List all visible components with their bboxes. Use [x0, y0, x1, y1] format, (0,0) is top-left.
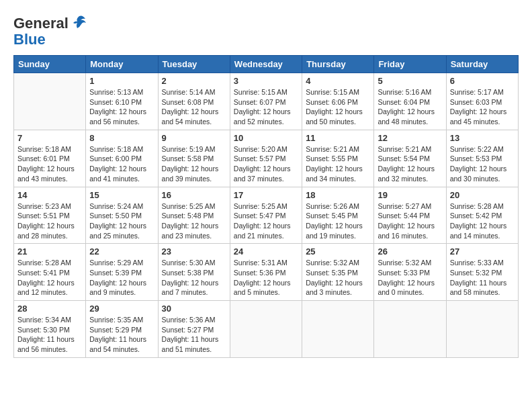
- day-header-friday: Friday: [374, 56, 446, 73]
- day-info: Sunrise: 5:28 AM Sunset: 5:42 PM Dayligh…: [450, 201, 515, 241]
- calendar-cell: 25 Sunrise: 5:32 AM Sunset: 5:35 PM Dayl…: [302, 244, 374, 301]
- day-number: 19: [378, 190, 442, 200]
- calendar-cell: 22 Sunrise: 5:29 AM Sunset: 5:39 PM Dayl…: [86, 244, 158, 301]
- calendar-cell: 26 Sunrise: 5:32 AM Sunset: 5:33 PM Dayl…: [374, 244, 446, 301]
- calendar-cell: 30 Sunrise: 5:36 AM Sunset: 5:27 PM Dayl…: [158, 301, 230, 358]
- calendar-cell: 5 Sunrise: 5:16 AM Sunset: 6:04 PM Dayli…: [374, 73, 446, 130]
- day-number: 4: [306, 76, 370, 86]
- day-number: 30: [162, 304, 226, 314]
- day-info: Sunrise: 5:15 AM Sunset: 6:06 PM Dayligh…: [306, 87, 370, 127]
- week-row-1: 1 Sunrise: 5:13 AM Sunset: 6:10 PM Dayli…: [14, 73, 519, 130]
- day-number: 29: [89, 304, 154, 314]
- calendar-cell: 29 Sunrise: 5:35 AM Sunset: 5:29 PM Dayl…: [86, 301, 158, 358]
- day-info: Sunrise: 5:18 AM Sunset: 6:01 PM Dayligh…: [17, 144, 82, 184]
- day-number: 8: [89, 133, 154, 143]
- week-row-5: 28 Sunrise: 5:34 AM Sunset: 5:30 PM Dayl…: [14, 301, 519, 358]
- day-number: 9: [162, 133, 226, 143]
- week-row-2: 7 Sunrise: 5:18 AM Sunset: 6:01 PM Dayli…: [14, 130, 519, 187]
- day-number: 15: [89, 190, 154, 200]
- week-row-4: 21 Sunrise: 5:28 AM Sunset: 5:41 PM Dayl…: [14, 244, 519, 301]
- day-info: Sunrise: 5:23 AM Sunset: 5:51 PM Dayligh…: [17, 201, 82, 241]
- day-number: 25: [306, 246, 370, 257]
- calendar-cell: 8 Sunrise: 5:18 AM Sunset: 6:00 PM Dayli…: [86, 130, 158, 187]
- day-info: Sunrise: 5:21 AM Sunset: 5:54 PM Dayligh…: [378, 144, 442, 184]
- day-info: Sunrise: 5:30 AM Sunset: 5:38 PM Dayligh…: [162, 258, 226, 298]
- calendar-cell: 28 Sunrise: 5:34 AM Sunset: 5:30 PM Dayl…: [14, 301, 86, 358]
- day-info: Sunrise: 5:18 AM Sunset: 6:00 PM Dayligh…: [89, 144, 154, 184]
- calendar-cell: 18 Sunrise: 5:26 AM Sunset: 5:45 PM Dayl…: [302, 187, 374, 244]
- day-info: Sunrise: 5:26 AM Sunset: 5:45 PM Dayligh…: [306, 201, 370, 241]
- day-info: Sunrise: 5:16 AM Sunset: 6:04 PM Dayligh…: [378, 87, 442, 127]
- day-number: 16: [162, 190, 226, 200]
- calendar-cell: 19 Sunrise: 5:27 AM Sunset: 5:44 PM Dayl…: [374, 187, 446, 244]
- logo: General Blue: [13, 13, 88, 48]
- calendar-cell: 2 Sunrise: 5:14 AM Sunset: 6:08 PM Dayli…: [158, 73, 230, 130]
- day-number: 1: [89, 76, 154, 86]
- day-number: 17: [234, 190, 298, 200]
- calendar-cell: 13 Sunrise: 5:22 AM Sunset: 5:53 PM Dayl…: [446, 130, 518, 187]
- day-info: Sunrise: 5:15 AM Sunset: 6:07 PM Dayligh…: [234, 87, 298, 127]
- calendar-cell: 24 Sunrise: 5:31 AM Sunset: 5:36 PM Dayl…: [230, 244, 302, 301]
- calendar-cell: 1 Sunrise: 5:13 AM Sunset: 6:10 PM Dayli…: [86, 73, 158, 130]
- day-header-monday: Monday: [86, 56, 158, 73]
- calendar-cell: 4 Sunrise: 5:15 AM Sunset: 6:06 PM Dayli…: [302, 73, 374, 130]
- logo-blue-text: Blue: [13, 31, 46, 48]
- day-info: Sunrise: 5:17 AM Sunset: 6:03 PM Dayligh…: [450, 87, 515, 127]
- day-number: 2: [162, 76, 226, 86]
- day-number: 6: [450, 76, 515, 86]
- calendar-cell: [230, 301, 302, 358]
- day-number: 28: [17, 304, 82, 314]
- day-header-sunday: Sunday: [14, 56, 86, 73]
- day-info: Sunrise: 5:36 AM Sunset: 5:27 PM Dayligh…: [162, 315, 226, 355]
- calendar-cell: [302, 301, 374, 358]
- day-info: Sunrise: 5:20 AM Sunset: 5:57 PM Dayligh…: [234, 144, 298, 184]
- day-number: 23: [162, 246, 226, 257]
- day-info: Sunrise: 5:31 AM Sunset: 5:36 PM Dayligh…: [234, 258, 298, 298]
- calendar-cell: 14 Sunrise: 5:23 AM Sunset: 5:51 PM Dayl…: [14, 187, 86, 244]
- day-number: 21: [17, 246, 82, 257]
- day-number: 5: [378, 76, 442, 86]
- calendar-cell: 3 Sunrise: 5:15 AM Sunset: 6:07 PM Dayli…: [230, 73, 302, 130]
- day-info: Sunrise: 5:14 AM Sunset: 6:08 PM Dayligh…: [162, 87, 226, 127]
- day-info: Sunrise: 5:25 AM Sunset: 5:47 PM Dayligh…: [234, 201, 298, 241]
- calendar-cell: 20 Sunrise: 5:28 AM Sunset: 5:42 PM Dayl…: [446, 187, 518, 244]
- week-row-3: 14 Sunrise: 5:23 AM Sunset: 5:51 PM Dayl…: [14, 187, 519, 244]
- calendar-cell: 6 Sunrise: 5:17 AM Sunset: 6:03 PM Dayli…: [446, 73, 518, 130]
- calendar-cell: 11 Sunrise: 5:21 AM Sunset: 5:55 PM Dayl…: [302, 130, 374, 187]
- day-info: Sunrise: 5:32 AM Sunset: 5:33 PM Dayligh…: [378, 258, 442, 298]
- calendar-cell: 15 Sunrise: 5:24 AM Sunset: 5:50 PM Dayl…: [86, 187, 158, 244]
- day-info: Sunrise: 5:28 AM Sunset: 5:41 PM Dayligh…: [17, 258, 82, 298]
- calendar: SundayMondayTuesdayWednesdayThursdayFrid…: [13, 55, 519, 358]
- calendar-cell: [14, 73, 86, 130]
- calendar-cell: [374, 301, 446, 358]
- calendar-cell: 10 Sunrise: 5:20 AM Sunset: 5:57 PM Dayl…: [230, 130, 302, 187]
- logo-general-text: General: [13, 15, 69, 32]
- calendar-cell: 21 Sunrise: 5:28 AM Sunset: 5:41 PM Dayl…: [14, 244, 86, 301]
- day-number: 12: [378, 133, 442, 143]
- day-number: 14: [17, 190, 82, 200]
- day-header-thursday: Thursday: [302, 56, 374, 73]
- logo-bird-icon: [71, 13, 88, 34]
- day-number: 22: [89, 246, 154, 257]
- day-info: Sunrise: 5:32 AM Sunset: 5:35 PM Dayligh…: [306, 258, 370, 298]
- day-number: 27: [450, 246, 515, 257]
- calendar-cell: 23 Sunrise: 5:30 AM Sunset: 5:38 PM Dayl…: [158, 244, 230, 301]
- day-info: Sunrise: 5:29 AM Sunset: 5:39 PM Dayligh…: [89, 258, 154, 298]
- calendar-cell: 17 Sunrise: 5:25 AM Sunset: 5:47 PM Dayl…: [230, 187, 302, 244]
- day-header-saturday: Saturday: [446, 56, 518, 73]
- calendar-cell: 9 Sunrise: 5:19 AM Sunset: 5:58 PM Dayli…: [158, 130, 230, 187]
- day-header-wednesday: Wednesday: [230, 56, 302, 73]
- day-number: 13: [450, 133, 515, 143]
- day-number: 24: [234, 246, 298, 257]
- day-header-tuesday: Tuesday: [158, 56, 230, 73]
- day-number: 20: [450, 190, 515, 200]
- day-info: Sunrise: 5:22 AM Sunset: 5:53 PM Dayligh…: [450, 144, 515, 184]
- calendar-cell: 7 Sunrise: 5:18 AM Sunset: 6:01 PM Dayli…: [14, 130, 86, 187]
- day-number: 10: [234, 133, 298, 143]
- calendar-cell: 27 Sunrise: 5:33 AM Sunset: 5:32 PM Dayl…: [446, 244, 518, 301]
- day-info: Sunrise: 5:19 AM Sunset: 5:58 PM Dayligh…: [162, 144, 226, 184]
- day-number: 11: [306, 133, 370, 143]
- day-info: Sunrise: 5:24 AM Sunset: 5:50 PM Dayligh…: [89, 201, 154, 241]
- day-number: 7: [17, 133, 82, 143]
- day-info: Sunrise: 5:25 AM Sunset: 5:48 PM Dayligh…: [162, 201, 226, 241]
